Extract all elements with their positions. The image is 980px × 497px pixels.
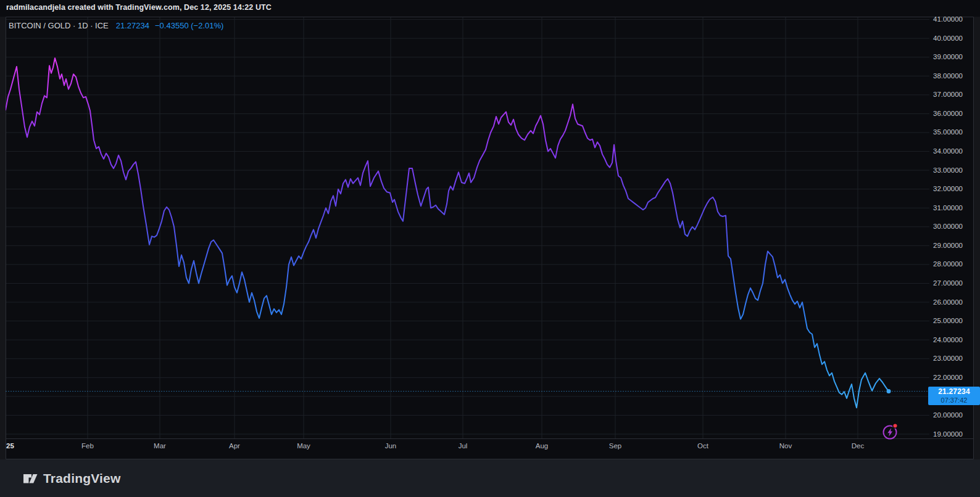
price-axis-label: 33.00000 bbox=[933, 166, 963, 175]
price-axis-label: 23.00000 bbox=[933, 355, 963, 363]
current-price-label: 21.27234 07:37:42 bbox=[928, 387, 980, 405]
time-axis-label: May bbox=[297, 442, 310, 450]
price-axis-label: 35.00000 bbox=[933, 128, 963, 136]
time-axis-label: Jul bbox=[459, 442, 468, 450]
price-axis-label: 28.00000 bbox=[933, 260, 963, 268]
time-axis-label: Aug bbox=[536, 442, 548, 450]
footer-bar: TradingView bbox=[0, 459, 980, 497]
price-axis-label: 39.00000 bbox=[933, 53, 963, 61]
price-axis-label: 41.00000 bbox=[933, 15, 963, 23]
price-axis-label: 36.00000 bbox=[933, 110, 963, 118]
time-axis-year-label: 25 bbox=[6, 442, 14, 450]
price-axis-label: 24.00000 bbox=[933, 336, 963, 344]
price-axis-label: 38.00000 bbox=[933, 72, 963, 80]
left-margin bbox=[0, 17, 6, 459]
time-axis-label: Apr bbox=[229, 442, 240, 450]
chart-plot-area[interactable] bbox=[0, 0, 980, 497]
time-axis-label: Nov bbox=[779, 442, 792, 450]
tradingview-logo[interactable]: TradingView bbox=[23, 471, 121, 486]
tradingview-snapshot: { "attribution": { "text": "radmilacandj… bbox=[0, 0, 980, 497]
price-axis-label: 32.00000 bbox=[933, 185, 963, 193]
notification-dot bbox=[893, 424, 898, 429]
legend-last-price: 21.27234 bbox=[116, 21, 149, 30]
bar-close-countdown: 07:37:42 bbox=[928, 396, 980, 405]
time-axis-label: Oct bbox=[697, 442, 708, 450]
price-axis-label: 40.00000 bbox=[933, 35, 963, 43]
tradingview-logo-icon bbox=[23, 474, 38, 483]
time-axis-label: Mar bbox=[154, 442, 166, 450]
price-axis-label: 31.00000 bbox=[933, 204, 963, 212]
tradingview-logo-text: TradingView bbox=[43, 471, 121, 486]
price-axis-label: 34.00000 bbox=[933, 147, 963, 155]
attribution-text: radmilacandjela created with TradingView… bbox=[6, 3, 272, 12]
price-axis-label: 29.00000 bbox=[933, 242, 963, 250]
price-line-series bbox=[6, 58, 889, 408]
time-axis-label: Jun bbox=[385, 442, 397, 450]
time-axis-label: Feb bbox=[81, 442, 94, 450]
price-axis-label: 19.00000 bbox=[933, 430, 963, 438]
lightning-icon[interactable] bbox=[884, 424, 898, 439]
price-axis-label: 20.00000 bbox=[933, 411, 963, 419]
price-axis-label: 26.00000 bbox=[933, 298, 963, 306]
current-price-value: 21.27234 bbox=[928, 387, 980, 396]
chart-legend: BITCOIN / GOLD · 1D · ICE21.27234−0.4355… bbox=[9, 21, 223, 30]
time-axis-label: Dec bbox=[852, 442, 864, 450]
price-axis-label: 30.00000 bbox=[933, 223, 963, 231]
price-axis-label: 25.00000 bbox=[933, 317, 963, 325]
legend-change: −0.43550 (−2.01%) bbox=[155, 21, 223, 30]
price-axis-label: 22.00000 bbox=[933, 374, 963, 382]
price-axis-label: 37.00000 bbox=[933, 91, 963, 99]
time-axis-label: Sep bbox=[609, 442, 621, 450]
price-axis-label: 27.00000 bbox=[933, 279, 963, 287]
last-price-dot bbox=[887, 389, 891, 393]
symbol-title[interactable]: BITCOIN / GOLD · 1D · ICE bbox=[9, 21, 109, 30]
